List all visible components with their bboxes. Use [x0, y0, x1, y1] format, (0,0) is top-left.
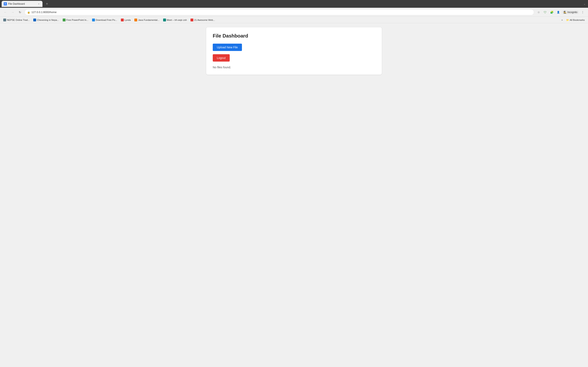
bookmark-item-lynda[interactable]: Lynda [119, 18, 132, 22]
incognito-badge: 🕵 Incognito [562, 10, 579, 14]
tab-title: File Dashboard [8, 2, 36, 5]
all-bookmarks-label: All Bookmarks [570, 19, 585, 21]
bookmark-favicon-youtube [190, 18, 193, 21]
bookmarks-bar: NEPSE Online Trad... Chevening in Nepa..… [0, 17, 588, 23]
menu-button[interactable]: ⋮ [580, 9, 586, 15]
incognito-label: Incognito [567, 11, 577, 14]
bookmark-label-java: Java Fundamental... [138, 19, 159, 21]
profiles-button[interactable]: 👤 [555, 9, 561, 15]
back-button[interactable]: ← [2, 9, 8, 15]
bookmarks-expand-button[interactable]: » [560, 18, 564, 22]
no-files-message: No files found. [213, 66, 375, 69]
bookmark-favicon-java [134, 18, 137, 21]
bookmark-item-youtube[interactable]: 21 Awesome Web... [189, 18, 217, 22]
bookmark-favicon-meet [163, 18, 166, 21]
bookmark-item-java[interactable]: Java Fundamental... [133, 18, 161, 22]
all-bookmarks-folder-icon: 📁 [566, 18, 569, 21]
new-tab-button[interactable]: + [44, 1, 50, 7]
bookmark-item-nepse[interactable]: NEPSE Online Trad... [2, 18, 31, 22]
extensions-button[interactable]: 🧩 [549, 9, 554, 15]
tab-strip: F File Dashboard × + ⌄ [0, 0, 588, 8]
bookmark-star-button[interactable]: ☆ [536, 9, 541, 15]
bookmark-label-meet: Meet – trh-wqir-zsh [167, 19, 187, 21]
active-tab[interactable]: F File Dashboard × [2, 1, 43, 7]
address-text: 127.0.0.1:8000/home [31, 11, 531, 14]
bookmark-label-nepse: NEPSE Online Trad... [7, 19, 30, 21]
nav-actions: ☆ 🛡 🧩 👤 🕵 Incognito ⋮ [536, 9, 586, 15]
logout-button[interactable]: Logout [213, 54, 230, 62]
bookmark-item-chevening[interactable]: Chevening in Nepa... [32, 18, 61, 22]
tab-favicon: F [4, 2, 7, 6]
bookmark-label-download: Download Free Po... [96, 19, 117, 21]
bookmark-label-youtube: 21 Awesome Web... [194, 19, 215, 21]
page-content: File Dashboard Upload New File Logout No… [0, 23, 588, 367]
shield-button[interactable]: 🛡 [542, 9, 548, 15]
incognito-icon: 🕵 [563, 11, 567, 14]
forward-button[interactable]: → [10, 9, 16, 15]
bookmark-favicon-download [92, 18, 95, 21]
bookmark-favicon-nepse [3, 18, 6, 21]
bookmark-item-download[interactable]: Download Free Po... [90, 18, 119, 22]
bookmark-favicon-powerpoint [63, 18, 66, 21]
reload-button[interactable]: ↻ [17, 9, 23, 15]
browser-chrome: F File Dashboard × + ⌄ ← → ↻ 🔒 127.0.0.1… [0, 0, 588, 23]
bookmark-item-powerpoint[interactable]: Free PowerPoint In... [61, 18, 90, 22]
address-lock-icon: 🔒 [27, 11, 30, 14]
upload-new-file-button[interactable]: Upload New File [213, 44, 242, 51]
page-title: File Dashboard [213, 33, 375, 39]
bookmark-label-lynda: Lynda [125, 19, 131, 21]
bookmark-favicon-lynda [121, 18, 124, 21]
bookmark-label-powerpoint: Free PowerPoint In... [66, 19, 88, 21]
bookmark-label-chevening: Chevening in Nepa... [37, 19, 59, 21]
bookmark-favicon-chevening [33, 18, 36, 21]
bookmark-item-meet[interactable]: Meet – trh-wqir-zsh [162, 18, 189, 22]
navigation-bar: ← → ↻ 🔒 127.0.0.1:8000/home ☆ 🛡 🧩 👤 🕵 In… [0, 8, 588, 17]
dashboard-card: File Dashboard Upload New File Logout No… [206, 27, 382, 75]
all-bookmarks-button[interactable]: 📁 All Bookmarks [564, 18, 587, 22]
tab-expand-button[interactable]: ⌄ [583, 2, 586, 6]
address-bar[interactable]: 🔒 127.0.0.1:8000/home [25, 9, 534, 15]
tab-close-button[interactable]: × [37, 2, 40, 6]
